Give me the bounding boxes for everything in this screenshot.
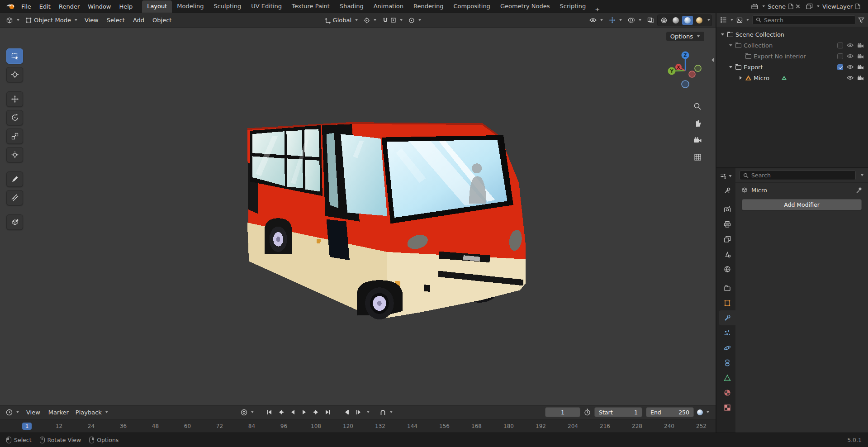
timeline-snapping-controls[interactable] bbox=[377, 409, 395, 415]
snapping-controls[interactable] bbox=[380, 17, 405, 24]
xray-toggle[interactable] bbox=[645, 17, 656, 23]
transform-orientation-dropdown[interactable]: Global bbox=[323, 17, 360, 24]
object-visibility-dropdown[interactable] bbox=[587, 18, 606, 23]
overlays-toggle[interactable] bbox=[626, 17, 644, 23]
current-frame-field[interactable]: 1 bbox=[545, 407, 580, 417]
play-button[interactable] bbox=[299, 407, 310, 417]
workspace-tab-layout[interactable]: Layout bbox=[142, 0, 172, 13]
camera-icon[interactable] bbox=[857, 54, 864, 59]
disclosure-icon[interactable] bbox=[728, 66, 733, 68]
preview-range-stopwatch-icon[interactable] bbox=[581, 409, 593, 416]
disclosure-icon[interactable] bbox=[738, 76, 743, 80]
frame-start-field[interactable]: Start 1 bbox=[594, 407, 642, 417]
eye-icon[interactable] bbox=[847, 65, 854, 69]
tab-particles[interactable] bbox=[719, 325, 735, 340]
unlink-scene-icon[interactable] bbox=[796, 4, 800, 9]
options-button[interactable]: Options bbox=[666, 32, 704, 41]
outliner-editor-type-button[interactable] bbox=[720, 17, 734, 23]
viewport-menu-select[interactable]: Select bbox=[103, 17, 128, 24]
workspace-tab-geometry-nodes[interactable]: Geometry Nodes bbox=[495, 0, 555, 13]
view-layer-name[interactable]: ViewLayer bbox=[822, 3, 853, 10]
outliner-row-export[interactable]: Export bbox=[716, 62, 868, 72]
workspace-tab-animation[interactable]: Animation bbox=[369, 0, 408, 13]
outliner-row-export-no-interior[interactable]: Export No interior bbox=[716, 51, 868, 62]
tool-add-cube[interactable] bbox=[6, 214, 23, 230]
shading-solid-button[interactable] bbox=[670, 16, 681, 25]
pivot-point-dropdown[interactable] bbox=[361, 17, 379, 24]
pan-hand-button[interactable] bbox=[691, 117, 704, 129]
camera-icon[interactable] bbox=[857, 43, 864, 48]
blender-logo-icon[interactable] bbox=[4, 0, 17, 13]
timeline-menu-view[interactable]: View bbox=[23, 409, 44, 416]
scene-name[interactable]: Scene bbox=[768, 3, 786, 10]
workspace-tab-compositing[interactable]: Compositing bbox=[448, 0, 495, 13]
mode-dropdown[interactable]: Object Mode bbox=[23, 17, 80, 24]
menu-file[interactable]: File bbox=[17, 0, 35, 13]
pin-icon[interactable] bbox=[856, 187, 862, 193]
minibus-model[interactable] bbox=[243, 121, 528, 327]
workspace-tab-rendering[interactable]: Rendering bbox=[408, 0, 448, 13]
play-reverse-button[interactable] bbox=[287, 407, 298, 417]
orthographic-grid-button[interactable] bbox=[691, 151, 704, 163]
tab-object[interactable] bbox=[719, 295, 735, 310]
outliner-row-scene-collection[interactable]: Scene Collection bbox=[716, 29, 868, 40]
disclosure-icon[interactable] bbox=[728, 44, 733, 47]
camera-icon[interactable] bbox=[857, 76, 864, 81]
zoom-button[interactable] bbox=[691, 100, 704, 113]
workspace-tab-modeling[interactable]: Modeling bbox=[172, 0, 209, 13]
tab-collection[interactable] bbox=[719, 281, 735, 295]
menu-render[interactable]: Render bbox=[55, 0, 84, 13]
timeline-editor-type-button[interactable] bbox=[4, 409, 22, 416]
tab-texture[interactable] bbox=[719, 400, 735, 415]
timeline-ruler[interactable]: 1 12 24 36 48 60 72 84 96 108 120 132 14… bbox=[0, 419, 716, 433]
new-view-layer-icon[interactable] bbox=[855, 3, 860, 10]
exclude-checkbox[interactable] bbox=[837, 43, 843, 48]
tool-transform[interactable] bbox=[6, 147, 23, 162]
tab-output[interactable] bbox=[719, 217, 735, 232]
tool-move[interactable] bbox=[6, 91, 23, 107]
workspace-tab-shading[interactable]: Shading bbox=[335, 0, 369, 13]
exclude-checkbox-checked[interactable] bbox=[837, 64, 843, 70]
workspace-tab-scripting[interactable]: Scripting bbox=[555, 0, 591, 13]
filter-icon[interactable] bbox=[858, 17, 864, 23]
workspace-tab-uv-editing[interactable]: UV Editing bbox=[246, 0, 287, 13]
shading-rendered-button[interactable] bbox=[694, 16, 705, 25]
workspace-tab-sculpting[interactable]: Sculpting bbox=[209, 0, 246, 13]
tab-scene[interactable] bbox=[719, 247, 735, 262]
jump-to-start-button[interactable] bbox=[264, 407, 275, 417]
editor-type-button[interactable] bbox=[4, 17, 22, 24]
exclude-checkbox[interactable] bbox=[837, 53, 843, 59]
outliner-display-mode-button[interactable] bbox=[736, 17, 749, 23]
tab-physics[interactable] bbox=[719, 340, 735, 355]
viewport-menu-view[interactable]: View bbox=[81, 17, 102, 24]
proportional-editing-controls[interactable] bbox=[406, 17, 424, 24]
shading-wireframe-button[interactable] bbox=[659, 16, 669, 25]
tool-scale[interactable] bbox=[6, 128, 23, 144]
sidebar-collapse-arrow[interactable] bbox=[711, 57, 714, 62]
frame-end-field[interactable]: End 250 bbox=[646, 407, 694, 417]
viewport-canvas[interactable]: Options Z Y bbox=[0, 28, 716, 405]
view-layer-selector[interactable]: ViewLayer bbox=[804, 3, 863, 10]
viewport-menu-object[interactable]: Object bbox=[149, 17, 175, 24]
tab-view-layer[interactable] bbox=[719, 232, 735, 247]
tool-rotate[interactable] bbox=[6, 110, 23, 125]
tab-modifiers[interactable] bbox=[719, 310, 735, 325]
disclosure-icon[interactable] bbox=[720, 33, 725, 36]
camera-view-button[interactable] bbox=[691, 134, 704, 147]
tab-render[interactable] bbox=[719, 202, 735, 217]
menu-window[interactable]: Window bbox=[84, 0, 115, 13]
camera-icon[interactable] bbox=[857, 65, 864, 70]
gizmos-toggle[interactable] bbox=[607, 17, 625, 24]
viewport-menu-add[interactable]: Add bbox=[129, 17, 148, 24]
menu-help[interactable]: Help bbox=[115, 0, 137, 13]
timeline-menu-marker[interactable]: Marker bbox=[45, 409, 72, 416]
add-workspace-button[interactable]: + bbox=[591, 6, 604, 13]
playback-sync-dropdown[interactable] bbox=[695, 409, 712, 415]
tool-cursor[interactable] bbox=[6, 67, 23, 82]
eye-icon[interactable] bbox=[847, 76, 854, 80]
properties-search-input[interactable]: Search bbox=[740, 171, 856, 180]
menu-edit[interactable]: Edit bbox=[35, 0, 55, 13]
timeline-menu-playback[interactable]: Playback bbox=[73, 409, 111, 416]
navigation-gizmo[interactable]: Z Y X bbox=[666, 51, 705, 90]
tool-annotate[interactable] bbox=[6, 171, 23, 187]
